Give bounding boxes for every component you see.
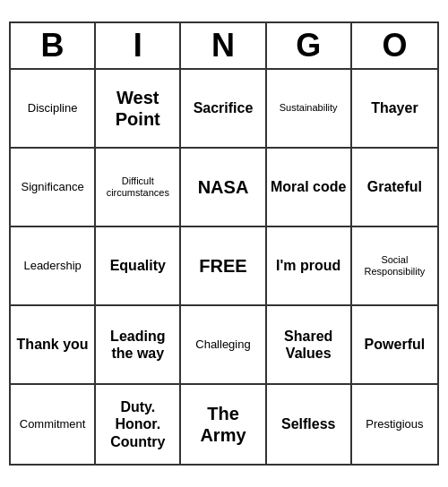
cell-text: Thank you [14,336,90,353]
bingo-cell[interactable]: Sustainability [267,70,352,149]
bingo-cell[interactable]: Significance [11,149,96,227]
bingo-cell[interactable]: Powerful [352,306,437,385]
bingo-cell[interactable]: Commitment [11,385,96,464]
bingo-cell[interactable]: NASA [181,149,266,227]
cell-text: FREE [185,255,261,277]
cell-text: Sustainability [271,102,347,114]
bingo-cell[interactable]: The Army [181,385,266,464]
bingo-cell[interactable]: Duty. Honor. Country [96,385,181,464]
cell-text: Thayer [356,99,434,116]
header-letter: B [11,23,96,68]
bingo-cell[interactable]: FREE [181,227,266,306]
bingo-header: BINGO [11,23,437,70]
cell-text: Powerful [356,336,434,353]
cell-text: Selfless [271,415,347,432]
bingo-cell[interactable]: West Point [96,70,181,149]
cell-text: Leadership [14,259,90,273]
cell-text: Prestigious [356,417,434,431]
cell-text: The Army [185,403,261,446]
bingo-cell[interactable]: Sacrifice [181,70,266,149]
cell-text: Equality [99,257,176,274]
bingo-cell[interactable]: Leading the way [96,306,181,385]
bingo-cell[interactable]: Moral code [267,149,352,227]
cell-text: Sacrifice [185,99,261,116]
bingo-cell[interactable]: Thayer [352,70,437,149]
bingo-cell[interactable]: Prestigious [352,385,437,464]
header-letter: I [96,23,181,68]
cell-text: Shared Values [271,328,347,362]
bingo-cell[interactable]: Grateful [352,149,437,227]
header-letter: O [352,23,437,68]
bingo-cell[interactable]: Thank you [11,306,96,385]
bingo-cell[interactable]: I'm proud [267,227,352,306]
cell-text: Discipline [14,101,90,115]
cell-text: Social Responsibility [356,254,434,278]
bingo-cell[interactable]: Selfless [267,385,352,464]
cell-text: Grateful [356,178,434,195]
cell-text: Moral code [271,178,347,195]
cell-text: I'm proud [271,257,347,274]
bingo-cell[interactable]: Leadership [11,227,96,306]
bingo-cell[interactable]: Social Responsibility [352,227,437,306]
cell-text: Significance [14,180,90,194]
bingo-cell[interactable]: Difficult circumstances [96,149,181,227]
cell-text: Commitment [14,417,90,431]
header-letter: G [267,23,352,68]
bingo-cell[interactable]: Discipline [11,70,96,149]
cell-text: Difficult circumstances [99,175,176,199]
bingo-card: BINGO DisciplineWest PointSacrificeSusta… [9,21,439,466]
header-letter: N [181,23,266,68]
cell-text: Challeging [185,337,261,352]
cell-text: NASA [185,176,261,198]
bingo-cell[interactable]: Challeging [181,306,266,385]
cell-text: West Point [99,87,176,130]
bingo-cell[interactable]: Equality [96,227,181,306]
bingo-cell[interactable]: Shared Values [267,306,352,385]
cell-text: Duty. Honor. Country [99,398,176,450]
bingo-grid: DisciplineWest PointSacrificeSustainabil… [11,70,437,464]
cell-text: Leading the way [99,328,176,362]
